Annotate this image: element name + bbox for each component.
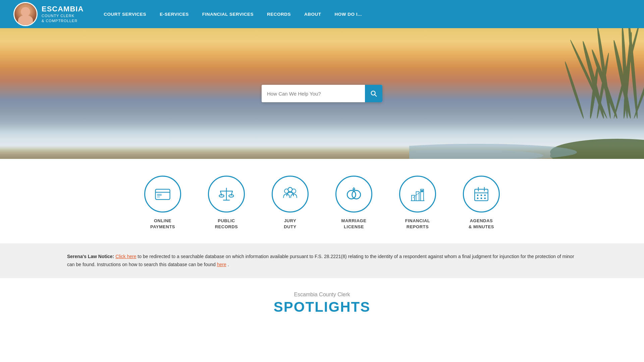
hero-section — [0, 28, 644, 159]
jury-icon — [281, 185, 299, 203]
nav-e-services[interactable]: E-SERVICES — [160, 12, 189, 17]
nav-about[interactable]: ABOUT — [304, 12, 321, 17]
svg-point-49 — [477, 195, 478, 196]
svg-point-7 — [564, 61, 585, 119]
public-records-icon-circle — [208, 176, 245, 213]
quick-link-jury-duty[interactable]: JURY DUTY — [272, 176, 309, 230]
svg-point-54 — [484, 198, 486, 199]
search-icon — [370, 90, 377, 97]
jury-duty-label: JURY DUTY — [284, 218, 296, 230]
bar-chart-icon — [409, 185, 427, 203]
svg-point-27 — [219, 195, 224, 197]
svg-point-52 — [477, 198, 478, 199]
svg-point-28 — [229, 195, 233, 197]
financial-reports-label: FINANCIAL REPORTS — [405, 218, 430, 230]
rings-icon — [345, 185, 363, 203]
svg-point-51 — [484, 195, 486, 196]
svg-point-53 — [481, 198, 482, 199]
main-nav: COURT SERVICES E-SERVICES FINANCIAL SERV… — [104, 12, 362, 17]
search-button[interactable] — [365, 85, 382, 102]
spotlights-section: Escambia County Clerk SPOTLIGHTS — [0, 278, 644, 322]
jury-duty-icon-circle — [272, 176, 309, 213]
quick-link-public-records[interactable]: PUBLIC RECORDS — [208, 176, 245, 230]
quick-link-online-payments[interactable]: ONLINE PAYMENTS — [144, 176, 181, 230]
svg-point-33 — [347, 190, 356, 199]
credit-card-icon — [154, 185, 172, 203]
logo-subtitle: COUNTY CLERK & COMPTROLLER — [42, 13, 84, 24]
svg-point-34 — [352, 190, 361, 199]
nav-financial-services[interactable]: FINANCIAL SERVICES — [202, 12, 254, 17]
quick-link-marriage-license[interactable]: MARRIAGE LICENSE — [335, 176, 372, 230]
logo-text: ESCAMBIA COUNTY CLERK & COMPTROLLER — [42, 5, 84, 24]
svg-rect-41 — [416, 192, 419, 201]
notice-suffix: . — [228, 262, 229, 267]
agendas-minutes-label: AGENDAS & MINUTES — [469, 218, 494, 230]
search-input[interactable] — [262, 85, 365, 102]
financial-reports-icon-circle — [399, 176, 436, 213]
spotlights-eyebrow: Escambia County Clerk — [0, 292, 644, 298]
svg-point-32 — [288, 187, 292, 192]
logo-brand: ESCAMBIA — [42, 5, 84, 13]
site-logo[interactable]: ESCAMBIA COUNTY CLERK & COMPTROLLER — [13, 2, 84, 26]
scales-icon — [217, 185, 235, 203]
calendar-icon — [472, 185, 490, 203]
site-header: ESCAMBIA COUNTY CLERK & COMPTROLLER COUR… — [0, 0, 644, 28]
nav-court-services[interactable]: COURT SERVICES — [104, 12, 146, 17]
notice-here-link[interactable]: here — [217, 262, 226, 267]
nav-records[interactable]: RECORDS — [267, 12, 291, 17]
notice-click-here-link[interactable]: Click here — [115, 254, 136, 259]
hero-grass-decoration — [409, 28, 644, 159]
marriage-license-label: MARRIAGE LICENSE — [341, 218, 367, 230]
svg-line-18 — [375, 95, 376, 96]
online-payments-label: ONLINE PAYMENTS — [150, 218, 175, 230]
notice-bar: Serena's Law Notice: Click here to be re… — [0, 243, 644, 278]
svg-point-44 — [421, 190, 423, 192]
online-payments-icon-circle — [144, 176, 181, 213]
svg-rect-22 — [157, 196, 160, 198]
marriage-license-icon-circle — [335, 176, 372, 213]
notice-label: Serena's Law Notice: — [67, 254, 114, 259]
svg-rect-40 — [412, 195, 415, 201]
search-box — [262, 85, 382, 102]
svg-point-50 — [481, 195, 482, 196]
svg-rect-21 — [157, 194, 162, 196]
logo-avatar — [13, 2, 38, 26]
quick-link-financial-reports[interactable]: FINANCIAL REPORTS — [399, 176, 436, 230]
spotlights-title: SPOTLIGHTS — [0, 299, 644, 315]
quick-link-agendas-minutes[interactable]: AGENDAS & MINUTES — [463, 176, 500, 230]
quick-links-section: ONLINE PAYMENTS PUBLIC RECORDS — [0, 159, 644, 243]
notice-middle-text: to be redirected to a searchable databas… — [67, 254, 574, 267]
agendas-minutes-icon-circle — [463, 176, 500, 213]
public-records-label: PUBLIC RECORDS — [215, 218, 238, 230]
nav-how-do-i[interactable]: HOW DO I... — [334, 12, 362, 17]
